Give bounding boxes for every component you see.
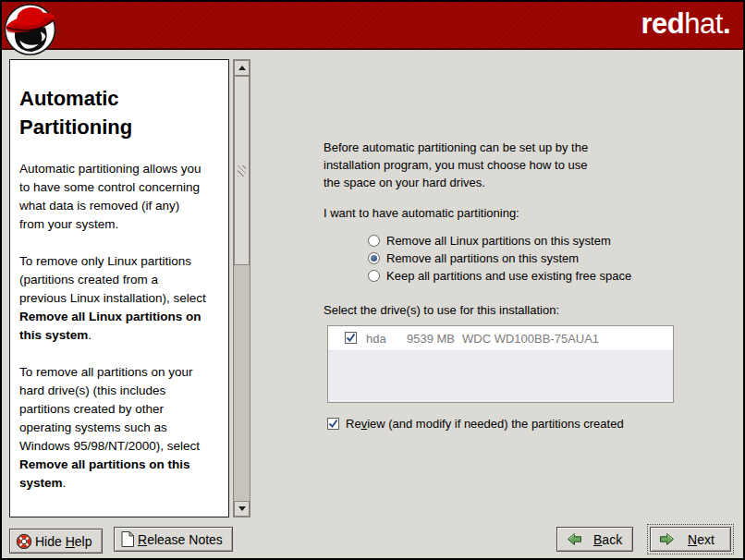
drives-select-label: Select the drive(s) to use for this inst… bbox=[324, 303, 559, 317]
scrollbar-thumb[interactable] bbox=[234, 76, 250, 265]
radio-button[interactable] bbox=[368, 235, 380, 247]
registered-trademark: ® bbox=[56, 30, 60, 35]
life-ring-icon bbox=[16, 533, 32, 550]
radio-button[interactable] bbox=[368, 270, 380, 282]
help-scrollbar[interactable] bbox=[233, 59, 250, 517]
document-icon bbox=[120, 530, 135, 548]
release-notes-label: Release Notes bbox=[138, 532, 223, 547]
radio-button[interactable] bbox=[368, 252, 380, 264]
redhat-wordmark: redhat. bbox=[641, 7, 730, 41]
review-checkbox[interactable] bbox=[327, 418, 339, 430]
help-paragraph-2: To remove only Linux partitions (partiti… bbox=[19, 252, 206, 345]
header-banner: redhat. bbox=[2, 2, 743, 50]
help-panel: Automatic Partitioning Automatic partiti… bbox=[9, 59, 229, 517]
radio-row-keep-all[interactable]: Keep all partitions and use existing fre… bbox=[368, 267, 631, 285]
help-paragraph-1: Automatic partitioning allows you to hav… bbox=[19, 160, 206, 234]
hide-help-label: Hide Help bbox=[35, 534, 92, 549]
drive-list[interactable]: hda 9539 MB WDC WD100BB-75AUA1 bbox=[327, 325, 674, 403]
intro-text: Before automatic partitioning can be set… bbox=[324, 139, 588, 191]
arrow-up-icon bbox=[238, 66, 246, 70]
installer-window: redhat. ® Automatic Partitioning Automat… bbox=[0, 0, 745, 560]
drive-device: hda bbox=[366, 332, 386, 346]
redhat-shadowman-logo-icon bbox=[4, 3, 56, 55]
back-button[interactable]: Back bbox=[556, 527, 633, 552]
arrow-right-icon bbox=[659, 532, 675, 546]
drive-model: WDC WD100BB-75AUA1 bbox=[462, 332, 599, 346]
review-label: Review (and modify if needed) the partit… bbox=[346, 417, 624, 431]
back-label: Back bbox=[593, 532, 622, 547]
brand-light-text: hat bbox=[684, 7, 723, 40]
arrow-left-icon bbox=[567, 532, 582, 546]
brand-bold-text: red bbox=[641, 7, 685, 40]
next-button-focus-ring: Next bbox=[647, 524, 734, 554]
scroll-down-button[interactable] bbox=[234, 501, 250, 517]
next-label: Next bbox=[688, 532, 714, 547]
radio-label: Remove all partitions on this system bbox=[386, 251, 579, 265]
review-partitions-option[interactable]: Review (and modify if needed) the partit… bbox=[327, 417, 624, 431]
scroll-up-button[interactable] bbox=[234, 60, 250, 76]
next-button[interactable]: Next bbox=[650, 527, 731, 552]
arrow-down-icon bbox=[238, 506, 246, 511]
help-title: Automatic Partitioning bbox=[19, 84, 177, 141]
radio-label: Keep all partitions and use existing fre… bbox=[386, 269, 631, 283]
radio-label: Remove all Linux partitions on this syst… bbox=[386, 234, 611, 248]
radio-row-remove-linux[interactable]: Remove all Linux partitions on this syst… bbox=[368, 232, 611, 250]
drive-size: 9539 MB bbox=[407, 332, 455, 346]
drive-checkbox[interactable] bbox=[345, 332, 357, 344]
help-paragraph-3: To remove all partitions on your hard dr… bbox=[19, 363, 206, 493]
brand-dot: . bbox=[723, 7, 730, 40]
scrollbar-grip-icon bbox=[238, 165, 246, 177]
partitioning-question-label: I want to have automatic partitioning: bbox=[324, 206, 519, 220]
drive-row-hda[interactable]: hda 9539 MB WDC WD100BB-75AUA1 bbox=[328, 326, 673, 351]
release-notes-button[interactable]: Release Notes bbox=[114, 527, 233, 552]
hide-help-button[interactable]: Hide Help bbox=[9, 529, 103, 554]
radio-row-remove-all[interactable]: Remove all partitions on this system bbox=[368, 250, 579, 267]
